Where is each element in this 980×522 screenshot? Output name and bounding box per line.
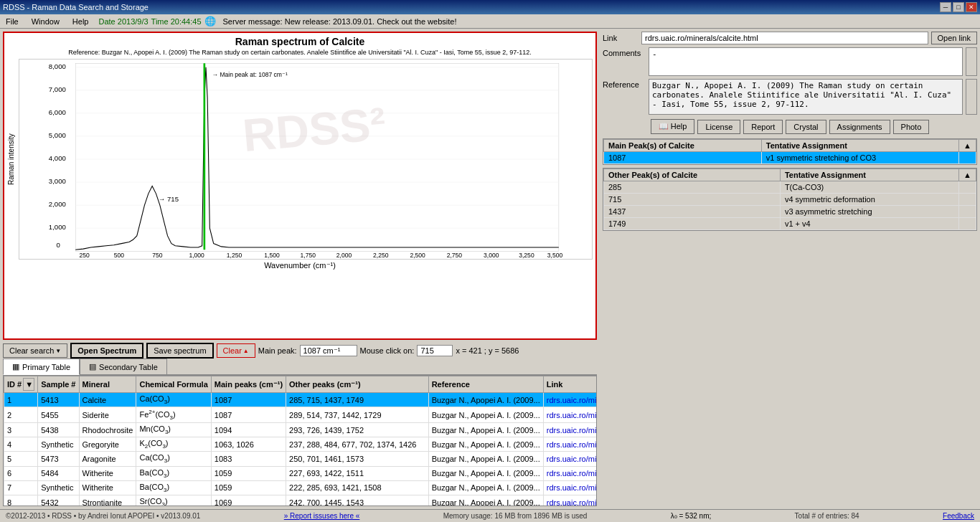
- menu-window[interactable]: Window: [29, 17, 62, 26]
- cell-other-peaks: 227, 693, 1422, 1511: [286, 466, 429, 480]
- cell-other-peaks: 293, 726, 1439, 1752: [286, 423, 429, 437]
- photo-button[interactable]: Photo: [893, 120, 930, 134]
- table2-icon: ▤: [89, 362, 96, 371]
- svg-text:2,500: 2,500: [410, 252, 425, 259]
- svg-text:0: 0: [57, 241, 60, 249]
- cell-link[interactable]: rdrs.uaic.ro/minerals/gregoryit...: [543, 437, 597, 452]
- cell-link[interactable]: rdrs.uaic.ro/minerals/witherite...: [543, 466, 597, 480]
- save-spectrum-button[interactable]: Save spectrum: [146, 343, 213, 359]
- table-row[interactable]: 8 5432 Strontianite Sr(CO3) 1069 242, 70…: [4, 495, 598, 506]
- main-peak-input[interactable]: [300, 345, 357, 356]
- other-peaks-body: 285T(Ca-CO3)715v4 symmetric deformation1…: [604, 181, 976, 230]
- reference-scrollbar[interactable]: [966, 79, 977, 115]
- data-table-wrapper[interactable]: ID # ▼ Sample # Mineral Chemical Formula…: [3, 375, 597, 506]
- table-row[interactable]: 7 Synthetic Witherite Ba(CO3) 1059 222, …: [4, 480, 598, 495]
- cell-link[interactable]: rdrs.uaic.ro/minerals/aragonit...: [543, 452, 597, 466]
- cell-reference: Buzgar N., Apopei A. I. (2009...: [428, 495, 543, 506]
- cell-link[interactable]: rdrs.uaic.ro/minerals/witherite...: [543, 480, 597, 495]
- table-row[interactable]: 2 5455 Siderite Fe2+(CO3) 1087 289, 514,…: [4, 407, 598, 423]
- cell-main-peaks: 1087: [211, 393, 286, 407]
- date-text: Date 2013/9/3: [98, 17, 148, 26]
- clear-search-button[interactable]: Clear search ▼: [3, 343, 67, 358]
- cell-link[interactable]: rdrs.uaic.ro/minerals/strontiani...: [543, 495, 597, 506]
- cell-mineral: Calcite: [79, 393, 136, 407]
- wavelength-info: λ₀ = 532 nm;: [671, 512, 712, 520]
- cell-link[interactable]: rdrs.uaic.ro/minerals/rhodochr...: [543, 423, 597, 437]
- cell-other-peaks: 289, 514, 737, 1442, 1729: [286, 407, 429, 423]
- menu-help[interactable]: Help: [70, 17, 92, 26]
- spectrum-svg: 8,000 7,000 6,000 5,000 4,000 3,000 2,00…: [19, 60, 592, 259]
- table-row[interactable]: 4 Synthetic Gregoryite K2(CO3) 1063, 102…: [4, 437, 598, 452]
- cell-link[interactable]: rdrs.uaic.ro/minerals/siderite.h...: [543, 407, 597, 423]
- cell-mineral: Rhodochrosite: [79, 423, 136, 437]
- copyright-text: ©2012-2013 • RDSS • by Andrei Ionut APOP…: [6, 512, 200, 520]
- other-peak-row[interactable]: 1749v1 + v4: [604, 218, 976, 230]
- table-row[interactable]: 1 5413 Calcite Ca(CO3) 1087 285, 715, 14…: [4, 393, 598, 407]
- cell-main-peaks: 1059: [211, 466, 286, 480]
- svg-text:1,000: 1,000: [189, 252, 204, 259]
- crystal-button[interactable]: Crystal: [786, 120, 826, 134]
- main-peaks-header: Main Peak(s) of Calcite: [604, 140, 762, 152]
- other-peak-assignment: v1 + v4: [780, 218, 958, 230]
- tab-primary[interactable]: ▦ Primary Table: [3, 359, 80, 375]
- feedback-link[interactable]: Feedback: [943, 512, 974, 520]
- cell-main-peaks: 1063, 1026: [211, 437, 286, 452]
- time-text: Time 20:44:45: [151, 17, 202, 26]
- cell-formula: Ca(CO3): [136, 452, 211, 466]
- table-row[interactable]: 3 5438 Rhodochrosite Mn(CO3) 1094 293, 7…: [4, 423, 598, 437]
- svg-text:1,750: 1,750: [301, 252, 316, 259]
- close-button[interactable]: ✕: [966, 2, 977, 12]
- open-link-button[interactable]: Open link: [931, 32, 977, 44]
- table-row[interactable]: 6 5484 Witherite Ba(CO3) 1059 227, 693, …: [4, 466, 598, 480]
- license-button[interactable]: License: [697, 120, 740, 134]
- chart-area[interactable]: 8,000 7,000 6,000 5,000 4,000 3,000 2,00…: [19, 59, 593, 260]
- col-sort-id[interactable]: ▼: [23, 378, 34, 391]
- comments-scrollbar[interactable]: [966, 47, 977, 76]
- cell-link[interactable]: rdrs.uaic.ro/minerals/calcite.html: [543, 393, 597, 407]
- other-peaks-table: Other Peak(s) of Calcite Tentative Assig…: [603, 169, 976, 230]
- other-peaks-scroll[interactable]: ▲: [959, 169, 976, 181]
- report-link[interactable]: » Report issuses here «: [284, 512, 360, 520]
- svg-rect-9: [75, 63, 559, 251]
- y-axis-label: Raman intensity: [7, 59, 17, 260]
- cell-formula: Ca(CO3): [136, 393, 211, 407]
- link-label: Link: [603, 34, 639, 42]
- coord-display: x = 421 ; y = 5686: [456, 346, 519, 355]
- cell-formula: Fe2+(CO3): [136, 407, 211, 423]
- help-button[interactable]: 📖 Help: [651, 119, 695, 134]
- main-peak-info: Main peak:: [258, 345, 357, 356]
- tab-secondary[interactable]: ▤ Secondary Table: [80, 359, 167, 374]
- other-peak-row[interactable]: 715v4 symmetric deformation: [604, 194, 976, 206]
- comments-input[interactable]: -: [649, 47, 963, 76]
- mouse-click-input[interactable]: [417, 345, 453, 356]
- cell-sample: Synthetic: [38, 480, 79, 495]
- assignments-button[interactable]: Assignments: [829, 120, 890, 134]
- cell-formula: Mn(CO3): [136, 423, 211, 437]
- main-peak-value: 1087: [604, 152, 762, 164]
- cell-mineral: Aragonite: [79, 452, 136, 466]
- main-peaks-table: Main Peak(s) of Calcite Tentative Assign…: [603, 139, 976, 164]
- link-input[interactable]: [641, 32, 928, 44]
- cell-main-peaks: 1094: [211, 423, 286, 437]
- main-peak-assignment: v1 symmetric stretching of CO3: [761, 152, 958, 164]
- cell-sample: Synthetic: [38, 437, 79, 452]
- table-section: ▦ Primary Table ▤ Secondary Table: [3, 359, 597, 506]
- clear-button[interactable]: Clear ▲: [217, 343, 255, 358]
- maximize-button[interactable]: □: [953, 2, 964, 12]
- menu-file[interactable]: File: [3, 17, 22, 26]
- titlebar: RDSS - Raman Data Search and Storage ─ □…: [0, 0, 980, 14]
- svg-text:2,250: 2,250: [373, 252, 389, 259]
- other-peak-row[interactable]: 285T(Ca-CO3): [604, 181, 976, 194]
- main-peaks-scroll[interactable]: ▲: [959, 140, 976, 152]
- report-button[interactable]: Report: [743, 120, 783, 134]
- other-peak-row[interactable]: 1437v3 asymmetric stretching: [604, 206, 976, 218]
- memory-info: Memory usage: 16 MB from 1896 MB is used: [443, 512, 588, 520]
- svg-text:7,000: 7,000: [49, 85, 66, 93]
- cell-reference: Buzgar N., Apopei A. I. (2009...: [428, 452, 543, 466]
- main-peak-row[interactable]: 1087v1 symmetric stretching of CO3: [604, 152, 976, 164]
- minimize-button[interactable]: ─: [940, 2, 951, 12]
- table-row[interactable]: 5 5473 Aragonite Ca(CO3) 1083 250, 701, …: [4, 452, 598, 466]
- open-spectrum-button[interactable]: Open Spectrum: [70, 343, 143, 359]
- other-tentative-header: Tentative Assignment: [780, 169, 958, 181]
- spectrum-reference: Reference: Buzgar N., Apopei A. I. (2009…: [7, 49, 593, 56]
